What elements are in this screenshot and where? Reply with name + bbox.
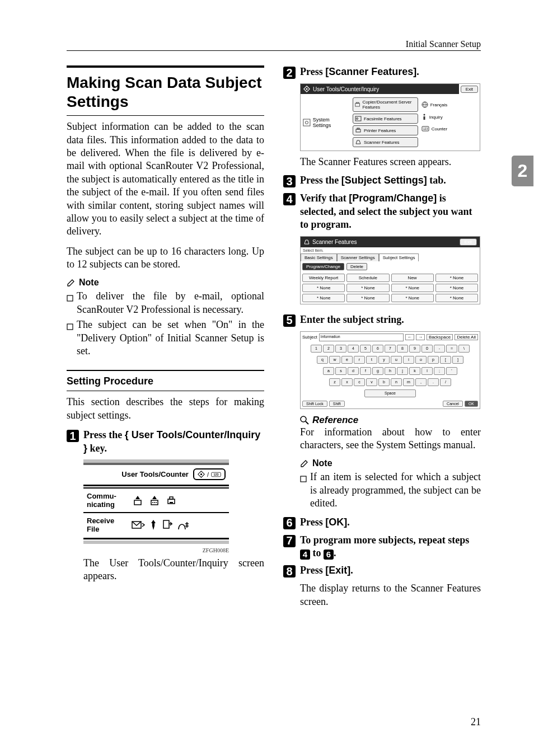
kb-backspace[interactable]: Backspace xyxy=(427,334,453,340)
step-2-sub: The Scanner Features screen appears. xyxy=(300,156,481,168)
kb-key[interactable]: j xyxy=(397,367,408,375)
panel-receive-icons xyxy=(128,512,229,537)
sf-cell[interactable]: Schedule xyxy=(346,274,389,282)
sf-cell[interactable]: Weekly Report xyxy=(302,274,345,282)
sf-exit-btn[interactable]: Exit xyxy=(460,238,477,246)
sf-tab-subject[interactable]: Subject Settings xyxy=(379,253,419,261)
kb-key[interactable]: i xyxy=(403,356,414,364)
svg-point-8 xyxy=(152,502,153,503)
kb-key[interactable]: r xyxy=(354,356,365,364)
kb-shiftlock[interactable]: Shift Lock xyxy=(302,401,327,407)
kb-key[interactable]: 5 xyxy=(360,345,371,353)
panel-receive-label: Receive File xyxy=(83,512,128,537)
kb-key[interactable]: k xyxy=(409,367,420,375)
sf-cell[interactable]: * None xyxy=(435,274,478,282)
svg-rect-18 xyxy=(303,119,310,125)
note-item-1: To deliver the file by e-mail, optional … xyxy=(67,290,264,316)
sf-cell[interactable]: * None xyxy=(302,294,345,302)
kb-key[interactable]: c xyxy=(354,378,365,386)
kb-key[interactable]: ' xyxy=(446,367,457,375)
sf-cell[interactable]: New xyxy=(391,274,434,282)
kb-shift[interactable]: Shift xyxy=(329,401,345,407)
kb-key[interactable]: w xyxy=(329,356,340,364)
kb-key[interactable]: x xyxy=(341,378,353,386)
kb-key[interactable]: d xyxy=(348,367,359,375)
ut-francais[interactable]: Français xyxy=(421,101,457,108)
step-5: 5 Enter the subject string. xyxy=(283,313,481,327)
kb-key[interactable]: ] xyxy=(452,356,463,364)
kb-key[interactable]: m xyxy=(403,378,414,386)
step-4-text: Verify that [Program/Change] is selected… xyxy=(300,192,481,231)
kb-key[interactable]: 9 xyxy=(409,345,420,353)
kb-cancel[interactable]: Cancel xyxy=(443,401,463,407)
kb-key[interactable]: t xyxy=(366,356,377,364)
kb-key[interactable]: h xyxy=(385,367,396,375)
section-title: Making Scan Data Subject Settings xyxy=(67,65,264,116)
kb-key[interactable]: o xyxy=(415,356,427,364)
kb-key[interactable]: \ xyxy=(458,345,470,353)
kb-key[interactable]: a xyxy=(323,367,334,375)
step-2: 2 Press [Scanner Features]. xyxy=(283,65,481,79)
sf-cell[interactable]: * None xyxy=(302,284,345,292)
ut-inquiry[interactable]: Inquiry xyxy=(421,114,457,120)
sf-cell[interactable]: * None xyxy=(391,284,434,292)
sf-cell[interactable]: * None xyxy=(435,284,478,292)
sf-cell[interactable]: * None xyxy=(391,294,434,302)
keyboard-screenshot: Subject Information ← → Backspace Delete… xyxy=(300,331,480,409)
kb-input-field[interactable]: Information xyxy=(319,334,404,341)
ut-system-settings[interactable]: System Settings xyxy=(301,94,351,151)
sf-cell[interactable]: * None xyxy=(435,294,478,302)
kb-key[interactable]: 4 xyxy=(348,345,359,353)
kb-key[interactable]: 1 xyxy=(311,345,322,353)
sf-tab-basic[interactable]: Basic Settings xyxy=(301,253,337,261)
svg-text:123: 123 xyxy=(423,127,428,130)
kb-key[interactable]: y xyxy=(378,356,390,364)
kb-space[interactable]: Space xyxy=(364,389,416,397)
ut-scanner-btn[interactable]: Scanner Features xyxy=(353,137,418,147)
kb-key[interactable]: v xyxy=(366,378,377,386)
kb-key[interactable]: / xyxy=(440,378,451,386)
kb-key[interactable]: p xyxy=(428,356,439,364)
kb-key[interactable]: q xyxy=(317,356,328,364)
kb-key[interactable]: . xyxy=(428,378,439,386)
kb-key[interactable]: e xyxy=(341,356,353,364)
kb-key[interactable]: g xyxy=(372,367,383,375)
kb-key[interactable]: - xyxy=(434,345,445,353)
svg-rect-21 xyxy=(356,102,359,104)
kb-key[interactable]: 7 xyxy=(385,345,396,353)
kb-key[interactable]: u xyxy=(391,356,402,364)
kb-key[interactable]: = xyxy=(446,345,457,353)
sf-tab-scanner[interactable]: Scanner Settings xyxy=(337,253,379,261)
sf-cell[interactable]: * None xyxy=(346,284,389,292)
ut-fax-btn[interactable]: Facsimile Features xyxy=(353,114,418,124)
kb-key[interactable]: n xyxy=(391,378,402,386)
kb-key[interactable]: 8 xyxy=(397,345,408,353)
sf-program-change[interactable]: Program/Change xyxy=(302,263,344,270)
kb-key[interactable]: [ xyxy=(440,356,451,364)
kb-ok[interactable]: OK xyxy=(465,401,478,407)
sf-cell[interactable]: * None xyxy=(346,294,389,302)
kb-key[interactable]: 2 xyxy=(323,345,334,353)
kb-key[interactable]: l xyxy=(421,367,433,375)
kb-key[interactable]: 0 xyxy=(421,345,433,353)
kb-right-arrow[interactable]: → xyxy=(416,334,425,340)
kb-key[interactable]: , xyxy=(415,378,427,386)
ut-copier-btn[interactable]: Copier/Document Server Features xyxy=(353,97,418,112)
ut-printer-btn[interactable]: Printer Features xyxy=(353,125,418,135)
kb-key[interactable]: 6 xyxy=(372,345,383,353)
doc-arrow-icon xyxy=(162,519,173,530)
pencil-icon xyxy=(300,459,309,468)
kb-key[interactable]: f xyxy=(360,367,371,375)
sf-delete[interactable]: Delete xyxy=(346,263,367,270)
kb-key[interactable]: s xyxy=(335,367,346,375)
kb-key[interactable]: b xyxy=(378,378,390,386)
kb-delete-all[interactable]: Delete All xyxy=(455,334,478,340)
ut-exit-btn[interactable]: Exit xyxy=(461,86,478,93)
step-2-pre: Press xyxy=(300,66,325,77)
ut-counter[interactable]: 123Counter xyxy=(421,126,457,132)
kb-key[interactable]: 3 xyxy=(335,345,346,353)
kb-key[interactable]: ; xyxy=(434,367,445,375)
kb-left-arrow[interactable]: ← xyxy=(405,334,414,340)
kb-key[interactable]: z xyxy=(329,378,340,386)
step-5-text: Enter the subject string. xyxy=(300,313,404,327)
